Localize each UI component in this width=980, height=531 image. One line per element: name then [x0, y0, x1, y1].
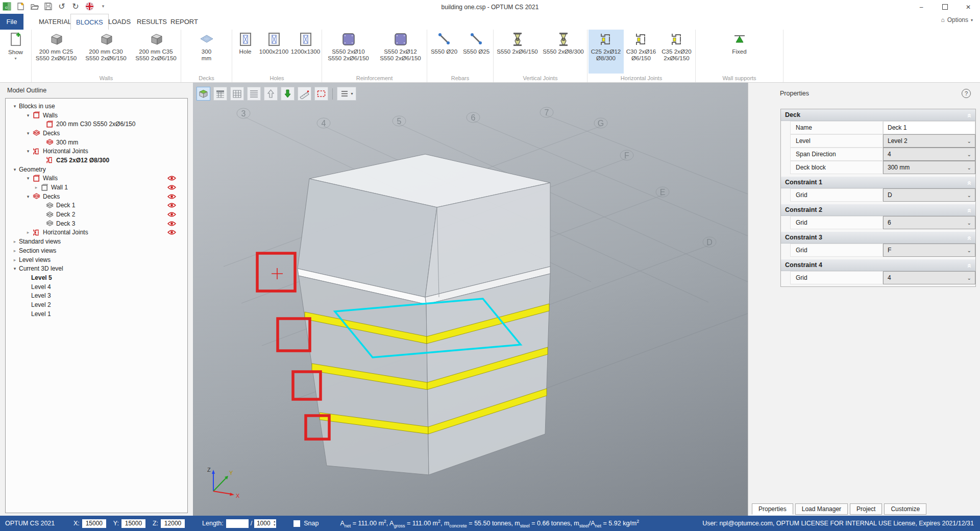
tree-item-walls-blocks[interactable]: ▾Walls: [6, 111, 187, 120]
tree-item-horizontal-joints-blocks[interactable]: ▾Horizontal Joints: [6, 147, 187, 156]
tab-project[interactable]: Project: [850, 503, 882, 515]
undo-icon[interactable]: ↺: [57, 2, 66, 11]
tree-item-deck-1[interactable]: Deck 1: [6, 201, 187, 210]
help-icon[interactable]: ?: [962, 89, 971, 98]
constraint-3-header[interactable]: Constraint 3 «: [781, 232, 975, 244]
horizontal-joint-c35-button[interactable]: C35 2xØ20 2xØ6/150: [659, 30, 695, 74]
close-button[interactable]: ✕: [957, 0, 980, 14]
expand-arrow-icon[interactable]: ▾: [11, 104, 19, 109]
tree-item-geometry-walls[interactable]: ▾Walls: [6, 174, 187, 183]
grid-toggle-button[interactable]: [230, 87, 244, 101]
tab-properties[interactable]: Properties: [752, 503, 793, 515]
constraint-4-grid-select[interactable]: 4⌄: [883, 271, 975, 284]
viewport-menu-button[interactable]: ▾: [337, 87, 356, 101]
tab-file[interactable]: File: [0, 14, 23, 30]
tree-item-level-3[interactable]: Level 3: [6, 291, 187, 300]
collapse-arrow-icon[interactable]: ▸: [24, 230, 32, 235]
tree-item-joint-block-type[interactable]: C25 2xØ12 Ø8/300: [6, 156, 187, 165]
spinner-down-icon[interactable]: ▾: [274, 523, 275, 527]
tab-report[interactable]: REPORT: [165, 14, 203, 30]
tree-item-deck-block-type[interactable]: 300 mm: [6, 138, 187, 147]
horizontal-joint-c30-button[interactable]: C30 2xØ16 Ø6/150: [624, 30, 659, 74]
horizontal-joint-c25-button[interactable]: C25 2xØ12 Ø8/300: [589, 30, 624, 74]
spinner-up-icon[interactable]: ▴: [274, 520, 275, 523]
rebar-s550-20-button[interactable]: S550 Ø20: [428, 30, 460, 74]
wall-block-200-c35-button[interactable]: 200 mm C35 S550 2xØ6/150: [131, 30, 181, 74]
collapse-chevron-icon[interactable]: «: [965, 113, 974, 116]
hole-1200x1300-button[interactable]: 1200x1300: [290, 30, 322, 74]
wall-block-200-c30-button[interactable]: 200 mm C30 S550 2xØ6/150: [81, 30, 131, 74]
span-direction-select[interactable]: 4⌄: [883, 148, 975, 161]
selection-box-button[interactable]: [314, 87, 328, 101]
constraint-2-header[interactable]: Constraint 2 «: [781, 204, 975, 216]
quick-access-caret-icon[interactable]: ▾: [99, 2, 108, 11]
rebar-s550-25-button[interactable]: S550 Ø25: [460, 30, 493, 74]
visibility-eye-icon[interactable]: [167, 221, 176, 227]
length-spinner[interactable]: ▴ ▾: [273, 519, 276, 528]
deck-section-header[interactable]: Deck «: [781, 109, 975, 121]
visibility-eye-icon[interactable]: [167, 175, 176, 181]
tree-item-level-2[interactable]: Level 2: [6, 300, 187, 309]
view-section-button[interactable]: [213, 87, 227, 101]
constraint-1-header[interactable]: Constraint 1 «: [781, 177, 975, 188]
tab-load-manager[interactable]: Load Manager: [795, 503, 848, 515]
tree-item-deck-2[interactable]: Deck 2: [6, 210, 187, 219]
minimize-button[interactable]: –: [910, 0, 933, 14]
new-file-icon[interactable]: [16, 2, 25, 11]
level-up-button[interactable]: [264, 87, 278, 101]
language-flag-uk-icon[interactable]: [85, 2, 94, 11]
tree-item-deck-3[interactable]: Deck 3: [6, 219, 187, 228]
view-3d-button[interactable]: [197, 87, 210, 101]
maximize-button[interactable]: [933, 0, 957, 14]
deck-block-select[interactable]: 300 mm⌄: [883, 161, 975, 174]
name-input[interactable]: Deck 1: [883, 121, 975, 134]
expand-arrow-icon[interactable]: ▾: [24, 176, 32, 181]
hole-1000x2100-button[interactable]: 1000x2100: [258, 30, 290, 74]
3d-viewport[interactable]: 3 4 5 6 7 G F E D: [193, 83, 748, 516]
constraint-2-grid-select[interactable]: 6⌄: [883, 216, 975, 229]
visibility-eye-icon[interactable]: [167, 229, 176, 235]
visibility-eye-icon[interactable]: [167, 184, 176, 190]
expand-arrow-icon[interactable]: ▾: [11, 167, 19, 172]
tree-item-level-5[interactable]: Level 5: [6, 273, 187, 282]
tree-item-decks-blocks[interactable]: ▾Decks: [6, 129, 187, 138]
visibility-eye-icon[interactable]: [167, 202, 176, 208]
reinforcement-2x10-button[interactable]: S550 2xØ10 S550 2xØ6/150: [323, 30, 375, 74]
tree-item-section-views[interactable]: ▸Section views: [6, 246, 187, 255]
snap-checkbox[interactable]: [293, 520, 300, 527]
tree-item-current-3d-level[interactable]: ▾Current 3D level: [6, 264, 187, 273]
level-down-button[interactable]: [281, 87, 295, 101]
tree-item-geometry-decks[interactable]: ▾Decks: [6, 192, 187, 201]
tree-item-wall-block-type[interactable]: 200 mm C30 S550 2xØ6/150: [6, 119, 187, 129]
vertical-joint-6-150-button[interactable]: S550 2xØ6/150: [495, 30, 541, 74]
tree-item-geometry[interactable]: ▾Geometry: [6, 165, 187, 174]
expand-arrow-icon[interactable]: ▾: [24, 113, 32, 118]
level-select[interactable]: Level 2⌄: [883, 134, 975, 148]
collapse-chevron-icon[interactable]: «: [965, 208, 974, 211]
measure-button[interactable]: [298, 87, 311, 101]
fixed-support-button[interactable]: Fixed: [719, 30, 760, 74]
deck-block-300mm-button[interactable]: 300 mm: [188, 30, 225, 74]
length-input[interactable]: [226, 519, 249, 528]
tree-item-geometry-horizontal-joints[interactable]: ▸Horizontal Joints: [6, 228, 187, 237]
show-button[interactable]: Show ▾: [0, 30, 32, 74]
open-file-icon[interactable]: [30, 2, 39, 11]
redo-icon[interactable]: ↻: [71, 2, 80, 11]
reinforcement-2x12-button[interactable]: S550 2xØ12 S550 2xØ6/150: [375, 30, 427, 74]
tree-item-level-1[interactable]: Level 1: [6, 309, 187, 319]
length-denominator-input[interactable]: 1000: [254, 519, 273, 528]
vertical-joint-8-300-button[interactable]: S550 2xØ8/300: [541, 30, 586, 74]
save-icon[interactable]: [43, 2, 53, 11]
tab-loads[interactable]: LOADS: [103, 14, 136, 30]
collapse-chevron-icon[interactable]: «: [965, 236, 974, 239]
collapse-arrow-icon[interactable]: ▸: [11, 239, 19, 244]
expand-arrow-icon[interactable]: ▾: [24, 149, 32, 154]
visibility-eye-icon[interactable]: [167, 211, 176, 218]
constraint-4-header[interactable]: Constraint 4 «: [781, 259, 975, 271]
collapse-chevron-icon[interactable]: «: [965, 263, 974, 267]
y-coordinate-input[interactable]: 15000: [121, 519, 145, 528]
3d-scene[interactable]: 3 4 5 6 7 G F E D: [193, 83, 748, 516]
tab-customize[interactable]: Customize: [884, 503, 926, 515]
visibility-eye-icon[interactable]: [167, 194, 176, 200]
selection-marker-2[interactable]: [278, 319, 310, 351]
